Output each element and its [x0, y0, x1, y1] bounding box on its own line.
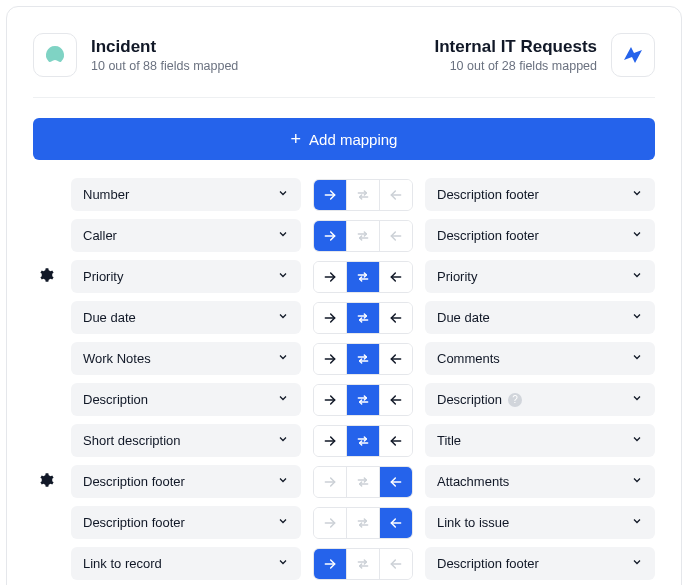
direction-group	[313, 425, 413, 457]
right-field-label: Description	[437, 392, 502, 407]
direction-both-button[interactable]	[346, 549, 379, 579]
header-right: Internal IT Requests 10 out of 28 fields…	[435, 33, 655, 77]
gear-icon[interactable]	[38, 267, 54, 287]
direction-both-button[interactable]	[346, 344, 379, 374]
direction-left-button[interactable]	[379, 508, 412, 538]
chevron-down-icon	[631, 433, 643, 448]
right-field-label: Due date	[437, 310, 490, 325]
right-field-select[interactable]: Link to issue	[425, 506, 655, 539]
header-left: Incident 10 out of 88 fields mapped	[33, 33, 238, 77]
chevron-down-icon	[277, 433, 289, 448]
direction-both-button[interactable]	[346, 508, 379, 538]
right-field-select[interactable]: Title	[425, 424, 655, 457]
chevron-down-icon	[277, 474, 289, 489]
right-title: Internal IT Requests	[435, 37, 597, 57]
mapping-row: CallerDescription footer	[33, 219, 655, 252]
left-field-label: Work Notes	[83, 351, 151, 366]
servicenow-icon	[33, 33, 77, 77]
right-field-select[interactable]: Description footer	[425, 219, 655, 252]
right-field-select[interactable]: Comments	[425, 342, 655, 375]
direction-both-button[interactable]	[346, 467, 379, 497]
right-field-label: Attachments	[437, 474, 509, 489]
direction-right-button[interactable]	[314, 221, 346, 251]
direction-left-button[interactable]	[379, 385, 412, 415]
mapping-card: Incident 10 out of 88 fields mapped Inte…	[6, 6, 682, 585]
add-mapping-label: Add mapping	[309, 131, 397, 148]
right-field-select[interactable]: Description?	[425, 383, 655, 416]
mapping-rows: NumberDescription footerCallerDescriptio…	[33, 178, 655, 580]
direction-both-button[interactable]	[346, 426, 379, 456]
left-field-select[interactable]: Link to record	[71, 547, 301, 580]
direction-both-button[interactable]	[346, 221, 379, 251]
left-field-select[interactable]: Work Notes	[71, 342, 301, 375]
left-field-label: Link to record	[83, 556, 162, 571]
direction-right-button[interactable]	[314, 344, 346, 374]
left-field-select[interactable]: Priority	[71, 260, 301, 293]
direction-right-button[interactable]	[314, 303, 346, 333]
direction-right-button[interactable]	[314, 549, 346, 579]
direction-left-button[interactable]	[379, 344, 412, 374]
direction-left-button[interactable]	[379, 467, 412, 497]
direction-left-button[interactable]	[379, 549, 412, 579]
mapping-row: PriorityPriority	[33, 260, 655, 293]
direction-right-button[interactable]	[314, 180, 346, 210]
left-field-select[interactable]: Description footer	[71, 465, 301, 498]
left-field-select[interactable]: Short description	[71, 424, 301, 457]
direction-group	[313, 302, 413, 334]
direction-left-button[interactable]	[379, 180, 412, 210]
right-field-select[interactable]: Attachments	[425, 465, 655, 498]
right-field-select[interactable]: Description footer	[425, 178, 655, 211]
direction-right-button[interactable]	[314, 385, 346, 415]
devops-icon	[611, 33, 655, 77]
direction-group	[313, 548, 413, 580]
chevron-down-icon	[631, 187, 643, 202]
add-mapping-button[interactable]: + Add mapping	[33, 118, 655, 160]
left-field-label: Number	[83, 187, 129, 202]
right-field-label: Comments	[437, 351, 500, 366]
chevron-down-icon	[631, 556, 643, 571]
chevron-down-icon	[631, 474, 643, 489]
right-field-select[interactable]: Priority	[425, 260, 655, 293]
direction-left-button[interactable]	[379, 426, 412, 456]
mapping-row: Description footerAttachments	[33, 465, 655, 498]
right-field-select[interactable]: Due date	[425, 301, 655, 334]
gear-icon[interactable]	[38, 472, 54, 492]
left-field-label: Short description	[83, 433, 181, 448]
left-field-label: Caller	[83, 228, 117, 243]
left-field-select[interactable]: Caller	[71, 219, 301, 252]
direction-left-button[interactable]	[379, 221, 412, 251]
direction-both-button[interactable]	[346, 180, 379, 210]
left-field-select[interactable]: Description	[71, 383, 301, 416]
direction-left-button[interactable]	[379, 303, 412, 333]
left-field-label: Description footer	[83, 515, 185, 530]
plus-icon: +	[291, 130, 302, 148]
direction-left-button[interactable]	[379, 262, 412, 292]
chevron-down-icon	[277, 392, 289, 407]
direction-both-button[interactable]	[346, 385, 379, 415]
direction-group	[313, 384, 413, 416]
direction-right-button[interactable]	[314, 508, 346, 538]
right-field-label: Priority	[437, 269, 477, 284]
direction-right-button[interactable]	[314, 426, 346, 456]
right-field-select[interactable]: Description footer	[425, 547, 655, 580]
chevron-down-icon	[277, 187, 289, 202]
direction-right-button[interactable]	[314, 262, 346, 292]
direction-both-button[interactable]	[346, 303, 379, 333]
left-field-label: Due date	[83, 310, 136, 325]
direction-group	[313, 179, 413, 211]
left-field-select[interactable]: Number	[71, 178, 301, 211]
direction-group	[313, 261, 413, 293]
left-title: Incident	[91, 37, 238, 57]
chevron-down-icon	[277, 515, 289, 530]
right-field-label: Link to issue	[437, 515, 509, 530]
info-icon: ?	[508, 393, 522, 407]
settings-slot[interactable]	[33, 267, 59, 287]
direction-right-button[interactable]	[314, 467, 346, 497]
mapping-row: Link to recordDescription footer	[33, 547, 655, 580]
right-field-label: Title	[437, 433, 461, 448]
left-field-select[interactable]: Due date	[71, 301, 301, 334]
settings-slot[interactable]	[33, 472, 59, 492]
direction-both-button[interactable]	[346, 262, 379, 292]
left-field-select[interactable]: Description footer	[71, 506, 301, 539]
direction-group	[313, 343, 413, 375]
